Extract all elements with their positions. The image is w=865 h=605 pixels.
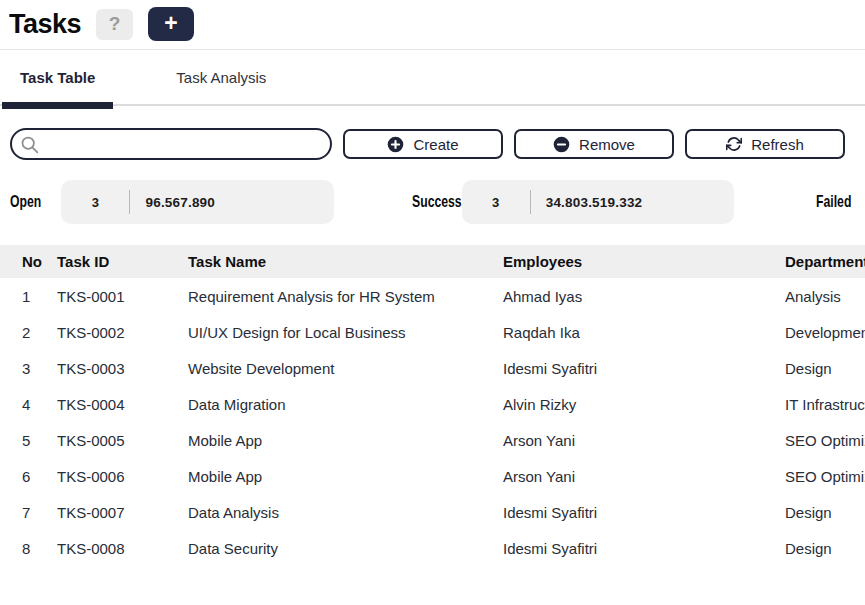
success-count: 3 (462, 195, 530, 210)
table-cell: Mobile App (188, 422, 503, 458)
refresh-button-label: Refresh (751, 136, 804, 153)
table-cell: 7 (0, 494, 57, 530)
create-button[interactable]: Create (343, 129, 503, 159)
table-cell: Analysis (785, 278, 865, 314)
table-row[interactable]: 8TKS-0008Data SecurityIdesmi SyafitriDes… (0, 530, 865, 566)
refresh-button[interactable]: Refresh (685, 129, 845, 159)
column-header-employees: Employees (503, 245, 785, 278)
table-row[interactable]: 4TKS-0004Data MigrationAlvin RizkyIT Inf… (0, 386, 865, 422)
table-cell: SEO Optimization (785, 458, 865, 494)
create-button-label: Create (413, 136, 458, 153)
task-table-body: 1TKS-0001Requirement Analysis for HR Sys… (0, 278, 865, 566)
add-task-button[interactable]: + (148, 7, 194, 41)
help-button[interactable]: ? (96, 9, 133, 40)
toolbar: Create Remove Refresh (10, 128, 865, 160)
tab-bar: Task Table Task Analysis (0, 50, 865, 106)
table-cell: Requirement Analysis for HR System (188, 278, 503, 314)
status-label-failed: Failed (816, 192, 851, 212)
table-cell: 2 (0, 314, 57, 350)
remove-button[interactable]: Remove (514, 129, 674, 159)
table-cell: Data Migration (188, 386, 503, 422)
table-cell: Raqdah Ika (503, 314, 785, 350)
table-cell: Data Security (188, 530, 503, 566)
table-header-row: No Task ID Task Name Employees Departmen… (0, 245, 865, 278)
question-mark-icon: ? (109, 13, 121, 35)
open-count: 3 (61, 195, 129, 210)
status-label-open: Open (10, 192, 47, 212)
column-header-department: Department (785, 245, 865, 278)
table-cell: Alvin Rizky (503, 386, 785, 422)
pill-divider (530, 190, 531, 214)
success-value: 34.803.519.332 (546, 195, 643, 210)
table-cell: Design (785, 350, 865, 386)
column-header-task-id: Task ID (57, 245, 188, 278)
table-row[interactable]: 1TKS-0001Requirement Analysis for HR Sys… (0, 278, 865, 314)
column-header-no: No (0, 245, 57, 278)
table-cell: TKS-0001 (57, 278, 188, 314)
table-cell: SEO Optimization (785, 422, 865, 458)
table-cell: 6 (0, 458, 57, 494)
table-cell: TKS-0004 (57, 386, 188, 422)
status-label-success: Success (412, 192, 448, 212)
circle-minus-icon (553, 136, 570, 153)
pill-divider (129, 190, 130, 214)
magnifier-icon (19, 134, 40, 155)
remove-button-label: Remove (579, 136, 635, 153)
table-cell: TKS-0008 (57, 530, 188, 566)
active-tab-underline (2, 102, 113, 109)
status-pill-success: 3 34.803.519.332 (462, 180, 734, 224)
app-header: Tasks ? + (0, 0, 865, 49)
table-cell: Design (785, 530, 865, 566)
plus-icon: + (164, 10, 177, 37)
table-row[interactable]: 5TKS-0005Mobile AppArson YaniSEO Optimiz… (0, 422, 865, 458)
table-cell: TKS-0005 (57, 422, 188, 458)
page-title: Tasks (9, 9, 81, 40)
table-cell: UI/UX Design for Local Business (188, 314, 503, 350)
table-cell: Website Development (188, 350, 503, 386)
status-row: Open 3 96.567.890 Success 3 34.803.519.3… (10, 180, 865, 224)
table-row[interactable]: 6TKS-0006Mobile AppArson YaniSEO Optimiz… (0, 458, 865, 494)
table-cell: TKS-0003 (57, 350, 188, 386)
table-cell: 1 (0, 278, 57, 314)
table-cell: Idesmi Syafitri (503, 494, 785, 530)
search-box[interactable] (10, 128, 332, 160)
table-cell: Arson Yani (503, 422, 785, 458)
table-row[interactable]: 7TKS-0007Data AnalysisIdesmi SyafitriDes… (0, 494, 865, 530)
table-cell: Mobile App (188, 458, 503, 494)
search-input[interactable] (44, 130, 320, 158)
table-cell: 5 (0, 422, 57, 458)
table-cell: Design (785, 494, 865, 530)
table-cell: Arson Yani (503, 458, 785, 494)
refresh-icon (726, 136, 742, 152)
table-cell: 8 (0, 530, 57, 566)
table-cell: IT Infrastructure (785, 386, 865, 422)
table-cell: Data Analysis (188, 494, 503, 530)
task-table-container: No Task ID Task Name Employees Departmen… (0, 245, 865, 566)
task-table: No Task ID Task Name Employees Departmen… (0, 245, 865, 566)
tab-task-analysis[interactable]: Task Analysis (176, 69, 266, 86)
table-cell: TKS-0002 (57, 314, 188, 350)
table-cell: 3 (0, 350, 57, 386)
table-cell: Idesmi Syafitri (503, 530, 785, 566)
table-cell: Ahmad Iyas (503, 278, 785, 314)
circle-plus-icon (387, 136, 404, 153)
table-cell: Development (785, 314, 865, 350)
open-value: 96.567.890 (145, 195, 215, 210)
table-cell: 4 (0, 386, 57, 422)
status-pill-open: 3 96.567.890 (61, 180, 333, 224)
table-cell: TKS-0007 (57, 494, 188, 530)
column-header-task-name: Task Name (188, 245, 503, 278)
table-cell: Idesmi Syafitri (503, 350, 785, 386)
tab-task-table[interactable]: Task Table (20, 69, 95, 86)
table-row[interactable]: 2TKS-0002UI/UX Design for Local Business… (0, 314, 865, 350)
table-cell: TKS-0006 (57, 458, 188, 494)
table-row[interactable]: 3TKS-0003Website DevelopmentIdesmi Syafi… (0, 350, 865, 386)
